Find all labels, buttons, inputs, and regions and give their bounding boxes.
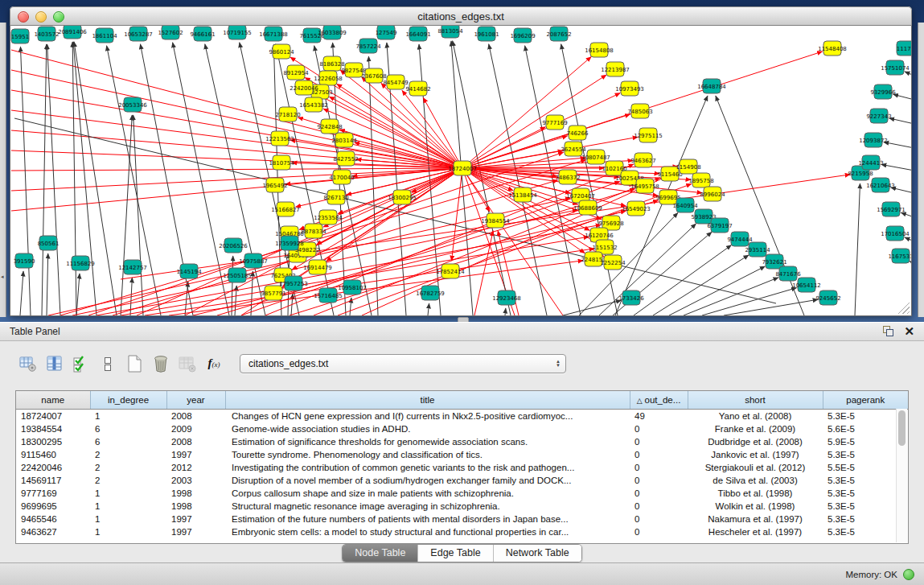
graph-node[interactable]: 9414682 [405,81,430,96]
graph-node[interactable]: 15951 [11,29,29,43]
graph-node[interactable]: 8471676 [775,266,801,281]
tab-edge-table[interactable]: Edge Table [417,545,492,562]
zoom-button[interactable] [53,11,64,23]
window-titlebar[interactable]: citations_edges.txt [10,6,912,26]
graph-node[interactable]: 10653287 [124,27,153,41]
graph-node[interactable]: 7857224 [355,39,381,53]
memory-status-icon[interactable] [903,569,914,580]
delete-table-icon[interactable] [149,352,173,374]
graph-node[interactable]: 1167531 [888,249,911,263]
graph-node[interactable]: 8267130 [323,190,348,204]
graph-node[interactable]: 4170049 [329,170,354,184]
graph-node[interactable]: 2935114 [745,242,770,257]
results-panel-collapsed-strip[interactable] [918,23,924,317]
table-row[interactable]: 946554611997Estimation of the future num… [16,513,908,525]
table-scrollbar[interactable] [896,409,907,542]
graph-node[interactable]: 10719155 [223,26,252,39]
graph-node[interactable]: 7486372 [555,170,580,184]
table-row[interactable]: 1938455462009Genome-wide association stu… [16,422,908,435]
column-header-year[interactable]: year [166,391,225,410]
graph-node[interactable]: 8427552 [333,151,358,166]
float-panel-icon[interactable] [881,325,894,338]
table-row[interactable]: 1830029562008Estimation of significance … [16,435,908,448]
graph-node[interactable]: 1154908 [676,159,700,174]
graph-node[interactable]: 9466161 [190,27,215,41]
graph-node[interactable]: 746266 [567,126,589,140]
graph-node[interactable]: 1403572 [34,27,59,41]
table-settings-icon[interactable] [16,352,40,374]
scrollbar-thumb[interactable] [898,410,906,446]
graph-node[interactable]: 12213987 [601,62,630,76]
minimize-button[interactable] [35,11,47,23]
graph-node[interactable]: 16210643 [866,178,895,192]
table-source-dropdown[interactable]: citations_edges.txt ▲▼ [240,354,566,373]
graph-node[interactable]: 7485063 [627,104,652,118]
column-header-name[interactable]: name [16,391,90,410]
graph-node[interactable]: 1810754 [269,155,294,170]
column-header-out_de[interactable]: △out_de... [630,391,688,410]
graph-node[interactable]: 9777169 [542,115,567,130]
column-header-in_degree[interactable]: in_degree [90,391,166,410]
graph-node[interactable]: 9329966 [870,84,896,99]
graph-node[interactable]: 1640954 [672,198,698,212]
table-row[interactable]: 969969511998Structural magnetic resonanc… [16,500,908,513]
column-header-pagerank[interactable]: pagerank [823,391,908,410]
graph-node[interactable]: 9860124 [269,44,294,59]
column-header-title[interactable]: title [225,391,630,410]
tab-node-table[interactable]: Node Table [343,545,417,562]
graph-node[interactable]: 17852414 [436,264,465,278]
close-button[interactable] [18,11,29,23]
graph-node[interactable]: 12975115 [634,128,663,142]
graph-node[interactable]: 9463627 [630,153,655,167]
table-row[interactable]: 977716911998Corpus callosum shape and si… [16,487,908,500]
graph-node[interactable]: 9857791 [261,286,285,300]
graph-node[interactable]: 9242848 [317,119,342,134]
table-row[interactable]: 911546021997Tourette syndrome. Phenomeno… [16,448,908,461]
graph-node[interactable]: 2087652 [546,27,571,41]
graph-node[interactable]: 12093872 [859,133,888,147]
graph-node[interactable]: 6379197 [707,218,732,233]
graph-node[interactable]: 9245652 [815,290,840,305]
graph-node[interactable]: 8912954 [283,65,309,80]
graph-node[interactable]: 2803144 [331,133,357,147]
table-row[interactable]: 1872400712008Changes of HCN gene express… [16,410,908,423]
graph-node[interactable]: 1961081 [474,27,499,41]
graph-node[interactable]: 16648784 [697,79,726,93]
graph-node[interactable]: 1965492 [262,178,287,192]
graph-node[interactable]: 1664091 [405,27,430,41]
row-options-icon[interactable] [96,352,120,374]
graph-node[interactable]: 16671388 [259,27,288,41]
panel-expand-icon[interactable]: ◂ [1,274,4,280]
graph-node[interactable]: 11172 [897,41,911,56]
graph-node[interactable]: 8996024 [700,187,725,201]
graph-node[interactable]: 20891406 [58,26,87,39]
network-canvas[interactable]: 1872400715951140357220891406186110410653… [10,26,912,316]
graph-node[interactable]: 1252254 [600,255,626,270]
graph-node[interactable]: 2718120 [275,107,300,122]
graph-node[interactable]: 8878334 [301,224,326,238]
graph-node[interactable]: 1895758 [688,173,713,187]
new-table-icon[interactable] [122,352,146,374]
graph-node[interactable]: 12142757 [118,260,147,274]
graph-node[interactable]: 15692971 [877,202,906,216]
graph-node[interactable]: 1145194 [176,264,202,278]
table-row[interactable]: 946362711997Embryonic stem cells: a mode… [16,525,908,538]
graph-node[interactable]: 16154808 [585,43,614,57]
close-panel-icon[interactable]: ✕ [904,326,914,337]
graph-node[interactable]: 1861104 [92,28,117,43]
select-rows-icon[interactable] [69,352,93,374]
graph-node[interactable]: 127549 [376,26,397,39]
graph-node[interactable]: 15751074 [881,60,910,75]
function-builder-icon[interactable]: f(x) [202,352,226,374]
graph-node[interactable]: 12226058 [314,71,343,85]
graph-node[interactable]: 19384554 [481,213,510,228]
table-row[interactable]: 1456911722003Disruption of a novel membe… [16,474,908,487]
graph-node[interactable]: 20206526 [219,238,248,253]
graph-node[interactable]: 9227343 [866,109,891,123]
graph-node[interactable]: 850561 [38,236,60,250]
graph-node[interactable]: 17016504 [881,226,910,241]
graph-node[interactable]: 12923468 [492,290,521,305]
control-panel-collapsed-strip[interactable]: ◂ [0,23,6,317]
graph-node[interactable]: 8454749 [383,75,408,89]
graph-node[interactable]: 16782759 [416,286,445,300]
